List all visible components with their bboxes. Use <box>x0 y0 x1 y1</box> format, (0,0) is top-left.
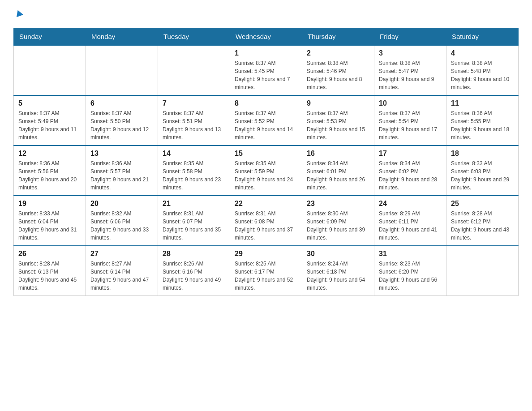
day-number: 15 <box>235 150 297 158</box>
col-wednesday: Wednesday <box>230 28 302 46</box>
page-header <box>13 9 519 19</box>
day-number: 30 <box>307 250 369 258</box>
calendar-cell: 30Sunrise: 8:24 AM Sunset: 6:18 PM Dayli… <box>302 246 374 296</box>
col-tuesday: Tuesday <box>158 28 230 46</box>
day-number: 8 <box>235 99 297 107</box>
calendar-cell: 21Sunrise: 8:31 AM Sunset: 6:07 PM Dayli… <box>158 196 230 246</box>
calendar-cell: 22Sunrise: 8:31 AM Sunset: 6:08 PM Dayli… <box>230 196 302 246</box>
day-info: Sunrise: 8:36 AM Sunset: 5:55 PM Dayligh… <box>451 109 514 141</box>
calendar-cell: 10Sunrise: 8:37 AM Sunset: 5:54 PM Dayli… <box>374 95 446 146</box>
day-info: Sunrise: 8:35 AM Sunset: 5:59 PM Dayligh… <box>235 159 297 192</box>
calendar-cell: 17Sunrise: 8:34 AM Sunset: 6:02 PM Dayli… <box>374 146 446 196</box>
day-number: 14 <box>163 150 225 158</box>
day-number: 29 <box>235 250 297 258</box>
calendar-cell: 26Sunrise: 8:28 AM Sunset: 6:13 PM Dayli… <box>14 246 86 296</box>
calendar-cell: 27Sunrise: 8:27 AM Sunset: 6:14 PM Dayli… <box>86 246 158 296</box>
day-info: Sunrise: 8:35 AM Sunset: 5:58 PM Dayligh… <box>163 159 225 192</box>
day-number: 9 <box>307 99 369 107</box>
day-info: Sunrise: 8:37 AM Sunset: 5:50 PM Dayligh… <box>90 109 153 141</box>
day-number: 20 <box>90 200 153 208</box>
calendar-table: Sunday Monday Tuesday Wednesday Thursday… <box>13 28 519 296</box>
calendar-cell: 9Sunrise: 8:37 AM Sunset: 5:53 PM Daylig… <box>302 95 374 146</box>
day-info: Sunrise: 8:33 AM Sunset: 6:03 PM Dayligh… <box>451 159 514 192</box>
day-info: Sunrise: 8:32 AM Sunset: 6:06 PM Dayligh… <box>90 210 153 242</box>
day-info: Sunrise: 8:36 AM Sunset: 5:56 PM Dayligh… <box>18 159 81 192</box>
col-thursday: Thursday <box>302 28 374 46</box>
calendar-cell: 11Sunrise: 8:36 AM Sunset: 5:55 PM Dayli… <box>446 95 519 146</box>
day-info: Sunrise: 8:38 AM Sunset: 5:46 PM Dayligh… <box>307 59 369 91</box>
day-number: 24 <box>379 200 442 208</box>
calendar-body: 1Sunrise: 8:37 AM Sunset: 5:45 PM Daylig… <box>14 45 519 296</box>
calendar-cell: 19Sunrise: 8:33 AM Sunset: 6:04 PM Dayli… <box>14 196 86 246</box>
day-number: 17 <box>379 150 442 158</box>
day-number: 31 <box>379 250 442 258</box>
calendar-cell: 23Sunrise: 8:30 AM Sunset: 6:09 PM Dayli… <box>302 196 374 246</box>
calendar-week-3: 12Sunrise: 8:36 AM Sunset: 5:56 PM Dayli… <box>14 146 519 196</box>
day-info: Sunrise: 8:31 AM Sunset: 6:07 PM Dayligh… <box>163 210 225 242</box>
day-info: Sunrise: 8:34 AM Sunset: 6:01 PM Dayligh… <box>307 159 369 192</box>
calendar-cell <box>446 246 519 296</box>
logo <box>13 9 23 19</box>
day-number: 26 <box>18 250 81 258</box>
calendar-cell: 24Sunrise: 8:29 AM Sunset: 6:11 PM Dayli… <box>374 196 446 246</box>
calendar-cell: 8Sunrise: 8:37 AM Sunset: 5:52 PM Daylig… <box>230 95 302 146</box>
day-number: 18 <box>451 150 514 158</box>
col-monday: Monday <box>86 28 158 46</box>
day-info: Sunrise: 8:26 AM Sunset: 6:16 PM Dayligh… <box>163 260 225 292</box>
day-info: Sunrise: 8:23 AM Sunset: 6:20 PM Dayligh… <box>379 260 442 292</box>
day-number: 12 <box>18 150 81 158</box>
day-number: 28 <box>163 250 225 258</box>
calendar-cell: 6Sunrise: 8:37 AM Sunset: 5:50 PM Daylig… <box>86 95 158 146</box>
day-info: Sunrise: 8:28 AM Sunset: 6:12 PM Dayligh… <box>451 210 514 242</box>
calendar-cell: 7Sunrise: 8:37 AM Sunset: 5:51 PM Daylig… <box>158 95 230 146</box>
day-info: Sunrise: 8:28 AM Sunset: 6:13 PM Dayligh… <box>18 260 81 292</box>
day-number: 27 <box>90 250 153 258</box>
day-info: Sunrise: 8:37 AM Sunset: 5:51 PM Dayligh… <box>163 109 225 141</box>
calendar-cell: 4Sunrise: 8:38 AM Sunset: 5:48 PM Daylig… <box>446 45 519 95</box>
day-info: Sunrise: 8:38 AM Sunset: 5:48 PM Dayligh… <box>451 59 514 91</box>
day-number: 5 <box>18 99 81 107</box>
day-number: 7 <box>163 99 225 107</box>
calendar-cell: 1Sunrise: 8:37 AM Sunset: 5:45 PM Daylig… <box>230 45 302 95</box>
day-number: 21 <box>163 200 225 208</box>
calendar-cell <box>86 45 158 95</box>
calendar-cell: 3Sunrise: 8:38 AM Sunset: 5:47 PM Daylig… <box>374 45 446 95</box>
col-saturday: Saturday <box>446 28 519 46</box>
col-sunday: Sunday <box>14 28 86 46</box>
day-info: Sunrise: 8:24 AM Sunset: 6:18 PM Dayligh… <box>307 260 369 292</box>
day-number: 4 <box>451 49 514 57</box>
day-number: 19 <box>18 200 81 208</box>
calendar-cell: 31Sunrise: 8:23 AM Sunset: 6:20 PM Dayli… <box>374 246 446 296</box>
day-info: Sunrise: 8:37 AM Sunset: 5:53 PM Dayligh… <box>307 109 369 141</box>
calendar-cell: 29Sunrise: 8:25 AM Sunset: 6:17 PM Dayli… <box>230 246 302 296</box>
day-number: 10 <box>379 99 442 107</box>
day-info: Sunrise: 8:37 AM Sunset: 5:49 PM Dayligh… <box>18 109 81 141</box>
day-info: Sunrise: 8:25 AM Sunset: 6:17 PM Dayligh… <box>235 260 297 292</box>
day-info: Sunrise: 8:30 AM Sunset: 6:09 PM Dayligh… <box>307 210 369 242</box>
day-number: 11 <box>451 99 514 107</box>
day-info: Sunrise: 8:37 AM Sunset: 5:45 PM Dayligh… <box>235 59 297 91</box>
calendar-cell: 2Sunrise: 8:38 AM Sunset: 5:46 PM Daylig… <box>302 45 374 95</box>
day-info: Sunrise: 8:34 AM Sunset: 6:02 PM Dayligh… <box>379 159 442 192</box>
day-info: Sunrise: 8:38 AM Sunset: 5:47 PM Dayligh… <box>379 59 442 91</box>
day-number: 6 <box>90 99 153 107</box>
day-info: Sunrise: 8:29 AM Sunset: 6:11 PM Dayligh… <box>379 210 442 242</box>
calendar-week-5: 26Sunrise: 8:28 AM Sunset: 6:13 PM Dayli… <box>14 246 519 296</box>
calendar-cell: 20Sunrise: 8:32 AM Sunset: 6:06 PM Dayli… <box>86 196 158 246</box>
day-info: Sunrise: 8:33 AM Sunset: 6:04 PM Dayligh… <box>18 210 81 242</box>
calendar-cell: 12Sunrise: 8:36 AM Sunset: 5:56 PM Dayli… <box>14 146 86 196</box>
calendar-week-1: 1Sunrise: 8:37 AM Sunset: 5:45 PM Daylig… <box>14 45 519 95</box>
day-info: Sunrise: 8:37 AM Sunset: 5:54 PM Dayligh… <box>379 109 442 141</box>
day-info: Sunrise: 8:31 AM Sunset: 6:08 PM Dayligh… <box>235 210 297 242</box>
day-number: 13 <box>90 150 153 158</box>
calendar-cell <box>14 45 86 95</box>
calendar-cell: 28Sunrise: 8:26 AM Sunset: 6:16 PM Dayli… <box>158 246 230 296</box>
calendar-cell: 16Sunrise: 8:34 AM Sunset: 6:01 PM Dayli… <box>302 146 374 196</box>
day-number: 22 <box>235 200 297 208</box>
calendar-cell: 14Sunrise: 8:35 AM Sunset: 5:58 PM Dayli… <box>158 146 230 196</box>
col-friday: Friday <box>374 28 446 46</box>
calendar-cell: 25Sunrise: 8:28 AM Sunset: 6:12 PM Dayli… <box>446 196 519 246</box>
svg-marker-0 <box>15 9 23 17</box>
calendar-cell: 5Sunrise: 8:37 AM Sunset: 5:49 PM Daylig… <box>14 95 86 146</box>
day-number: 23 <box>307 200 369 208</box>
